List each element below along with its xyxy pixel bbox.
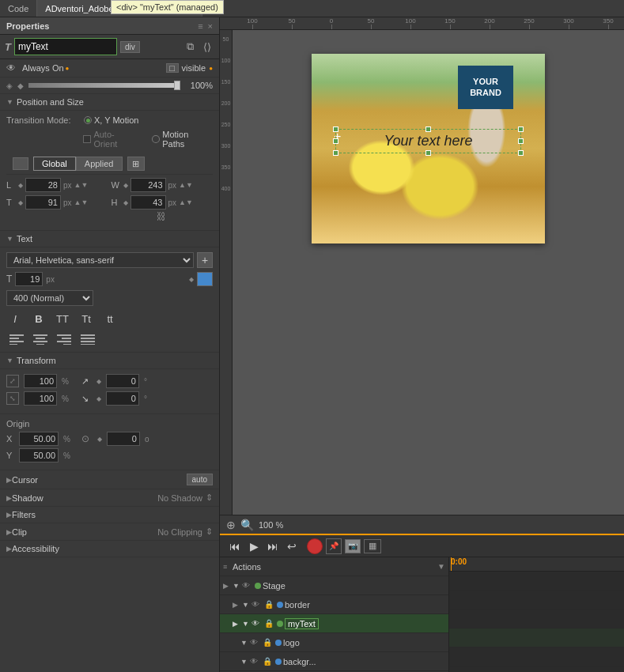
origin-x-input[interactable] xyxy=(19,432,59,446)
scale-x-input[interactable] xyxy=(24,374,57,388)
actions-options[interactable]: ▼ xyxy=(437,562,445,571)
element-name-input[interactable] xyxy=(14,38,117,55)
visible-eye-icon[interactable]: □ xyxy=(166,63,179,73)
forward-btn[interactable]: ⏭ xyxy=(264,538,282,555)
copy-icon[interactable]: ⧉ xyxy=(183,40,197,54)
logo-lock[interactable]: 🔒 xyxy=(263,638,274,647)
w-input[interactable] xyxy=(130,178,166,192)
text-element[interactable]: Your text here xyxy=(335,129,521,153)
filters-section[interactable]: ▶ Filters xyxy=(0,507,219,523)
rotate-input[interactable] xyxy=(106,374,139,388)
auto-orient-checkbox[interactable]: Auto-Orient xyxy=(83,130,138,149)
camera-btn[interactable]: 📷 xyxy=(345,539,361,553)
play-btn[interactable]: ▶ xyxy=(245,538,263,555)
properties-panel: Properties ≡ × T div ⧉ ⟨⟩ 👁 Always On ● xyxy=(0,17,220,672)
section-text[interactable]: ▼ Text xyxy=(0,231,219,247)
origin-compass[interactable]: ⊙ xyxy=(81,433,89,444)
border-lock[interactable]: 🔒 xyxy=(264,600,275,609)
origin-rotate-input[interactable] xyxy=(107,432,140,446)
btn-global[interactable]: Global xyxy=(33,157,76,171)
align-justify-btn[interactable] xyxy=(78,331,98,347)
handle-top-mid[interactable] xyxy=(425,126,431,132)
handle-bot-right[interactable] xyxy=(518,150,524,156)
text-color-swatch[interactable] xyxy=(197,272,213,286)
handle-bot-left[interactable] xyxy=(333,150,338,156)
mytext-eye[interactable]: 👁 xyxy=(251,619,263,628)
style-bold-btn[interactable]: B xyxy=(30,311,47,327)
accessibility-section[interactable]: ▶ Accessibility xyxy=(0,541,219,557)
panel-options-icon[interactable]: ≡ xyxy=(198,21,202,31)
stage-expand[interactable]: ▶ xyxy=(223,582,231,590)
clip-section[interactable]: ▶ Clip No Clipping ⇕ xyxy=(0,523,219,541)
logo-eye[interactable]: 👁 xyxy=(250,638,261,647)
add-font-btn[interactable]: + xyxy=(197,252,213,268)
tl-row-actions xyxy=(449,572,624,591)
settings-icon[interactable]: ⟨⟩ xyxy=(200,40,214,54)
cursor-section[interactable]: ▶ Cursor auto xyxy=(0,470,219,489)
style-caps-btn[interactable]: Tt xyxy=(78,311,95,327)
shadow-section[interactable]: ▶ Shadow No Shadow ⇕ xyxy=(0,489,219,507)
radio-group: X, Y Motion xyxy=(84,115,138,125)
center-icon[interactable]: ⊕ xyxy=(226,519,236,531)
t-row: T ◆ px ▲▼ xyxy=(6,195,108,210)
svg-rect-3 xyxy=(9,344,17,345)
btn-applied[interactable]: Applied xyxy=(76,157,123,171)
backgr-eye[interactable]: 👁 xyxy=(250,657,261,666)
handle-top-right[interactable] xyxy=(518,126,524,132)
handle-top-left[interactable] xyxy=(333,126,338,132)
record-btn[interactable] xyxy=(307,538,323,554)
border-eye[interactable]: 👁 xyxy=(251,600,263,609)
stage-area[interactable]: YOURBRAND + Your text here xyxy=(233,30,624,515)
mytext-lock[interactable]: 🔒 xyxy=(264,619,275,628)
layout-btn[interactable]: ⊞ xyxy=(127,157,145,171)
right-panel: 100 50 0 50 100 150 200 xyxy=(220,17,624,672)
t-input[interactable] xyxy=(25,195,61,210)
l-input[interactable] xyxy=(25,178,61,192)
zoom-value: 100 % xyxy=(259,520,283,530)
logo-arrow[interactable]: ▼ xyxy=(240,639,248,647)
stage-arrow[interactable]: ▼ xyxy=(233,582,240,590)
pin-btn[interactable]: 📌 xyxy=(326,538,342,554)
section-title-pos: Position and Size xyxy=(17,97,84,107)
actions-expand[interactable]: ≡ xyxy=(223,563,231,571)
section-transform[interactable]: ▼ Transform xyxy=(0,353,219,369)
handle-mid-left[interactable] xyxy=(333,138,338,144)
eye-icon[interactable]: 👁 xyxy=(6,62,16,74)
origin-y-input[interactable] xyxy=(19,448,59,462)
style-allcaps-btn[interactable]: TT xyxy=(54,311,71,327)
handle-bot-mid[interactable] xyxy=(425,150,431,156)
rewind-btn[interactable]: ⏮ xyxy=(226,538,244,555)
handle-mid-right[interactable] xyxy=(518,138,524,144)
font-family-select[interactable]: Arial, Helvetica, sans-serif xyxy=(6,252,194,268)
opacity-diamond: ◆ xyxy=(17,81,24,90)
undo-btn[interactable]: ↩ xyxy=(283,538,301,555)
ruler-horizontal: 100 50 0 50 100 150 200 xyxy=(220,17,624,30)
skew-input[interactable] xyxy=(106,391,139,406)
backgr-arrow[interactable]: ▼ xyxy=(240,658,248,666)
font-size-input[interactable] xyxy=(15,272,43,286)
mytext-expand[interactable]: ▶ xyxy=(233,620,240,628)
border-arrow[interactable]: ▼ xyxy=(242,601,250,609)
style-smallcaps-btn[interactable]: tt xyxy=(101,311,119,327)
align-left-btn[interactable] xyxy=(6,331,27,347)
radio-motion[interactable]: Motion Paths xyxy=(152,130,213,149)
tab-code[interactable]: Code xyxy=(0,0,37,17)
opacity-slider[interactable] xyxy=(28,83,180,88)
h-input[interactable] xyxy=(130,195,166,210)
section-pos-size[interactable]: ▼ Position and Size xyxy=(0,94,219,111)
radio-xy[interactable]: X, Y Motion xyxy=(84,115,138,125)
mytext-arrow[interactable]: ▼ xyxy=(242,620,250,628)
zoom-icon[interactable]: 🔍 xyxy=(240,519,254,531)
font-weight-select[interactable]: 400 (Normal) xyxy=(6,290,93,306)
cursor-auto-btn[interactable]: auto xyxy=(187,474,213,485)
skew-y-icon: ↘ xyxy=(81,394,89,404)
scale-y-input[interactable] xyxy=(24,391,57,406)
style-italic-btn[interactable]: I xyxy=(6,311,24,327)
border-expand[interactable]: ▶ xyxy=(233,601,240,609)
stage-eye[interactable]: 👁 xyxy=(242,581,253,590)
mask-btn[interactable]: ▦ xyxy=(364,539,381,553)
panel-close-icon[interactable]: × xyxy=(208,21,213,31)
backgr-lock[interactable]: 🔒 xyxy=(263,657,274,666)
align-right-btn[interactable] xyxy=(54,331,74,347)
align-center-btn[interactable] xyxy=(30,331,51,347)
